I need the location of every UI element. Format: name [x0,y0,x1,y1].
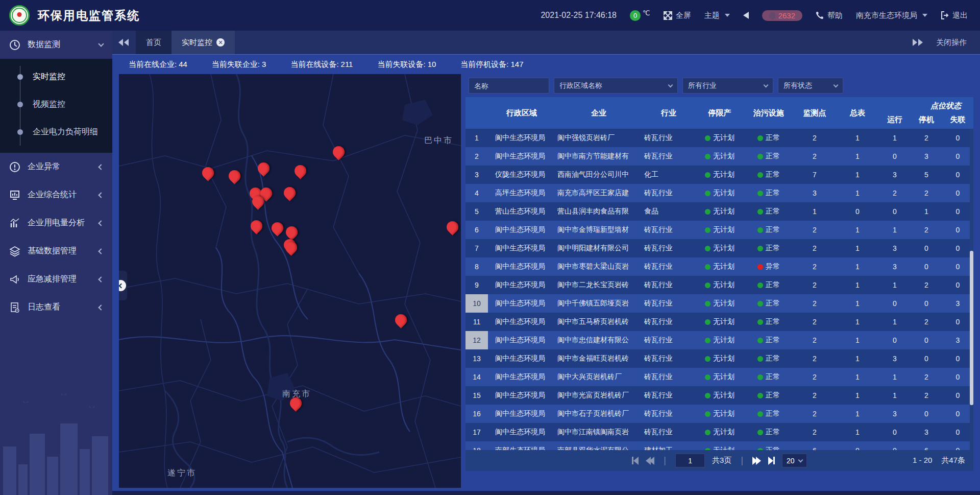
sidebar-item-base-data-management[interactable]: 基础数据管理 [0,237,112,265]
cell-company: 阆中明阳建材有限公司 [555,239,642,257]
sidebar-item-enterprise-statistics[interactable]: 企业综合统计 [0,181,112,209]
cell-industry: 砖瓦行业 [642,331,695,349]
cell-company: 阆中千佛镇五郎垭页岩 [555,294,642,313]
prev-page-button[interactable] [646,457,654,465]
sidebar-item-data-monitoring[interactable]: 数据监测 [0,31,112,59]
alert-circle-icon [9,161,20,173]
sub-item-label: 视频监控 [33,99,65,110]
stat-offline-devices: 当前失联设备:10 [377,60,436,69]
cell-industry: 砖瓦行业 [642,294,695,313]
stat-online-devices: 当前在线设备:211 [290,60,353,69]
cell-production-status: 无计划 [695,184,744,202]
status-filter-select[interactable]: 所有状态 [778,78,843,93]
cell-run: 0 [879,202,911,221]
scrollbar-thumb[interactable] [970,251,973,405]
cell-region: 阆中生态环境局 [488,239,555,257]
sidebar-item-video-monitoring[interactable]: 视频监控 [0,90,112,118]
fullscreen-button[interactable]: 全屏 [664,11,691,20]
logout-button[interactable]: 退出 [941,11,968,20]
org-dropdown[interactable]: 南充市生态环境局 [856,11,927,20]
table-row[interactable]: 12 阆中生态环境局 阆中市忠信建材有限公 砖瓦行业 无计划 正常 2 1 0 … [465,331,973,349]
col-facility: 治污设施 [744,97,793,129]
cell-monitor-points: 1 [793,202,836,221]
first-page-button[interactable] [632,457,639,465]
page-size-value: 20 [787,457,795,465]
sound-button[interactable] [743,12,749,19]
table-row[interactable]: 8 阆中生态环境局 阆中市枣碧大梁山页岩 砖瓦行业 无计划 异常 2 1 3 0… [465,257,973,276]
cell-meters: 1 [836,331,879,349]
cell-region: 仪陇生态环境局 [488,166,555,184]
next-page-button[interactable] [752,457,761,465]
region-filter-select[interactable]: 行政区域名称 [554,78,678,93]
tab-realtime-monitoring[interactable]: 实时监控 ✕ [172,31,235,54]
table-row[interactable]: 10 阆中生态环境局 阆中千佛镇五郎垭页岩 砖瓦行业 无计划 正常 2 1 0 … [465,294,973,313]
tab-close-icon[interactable]: ✕ [216,38,225,46]
status-dot-icon [757,264,763,270]
cell-facility-status: 正常 [744,423,793,441]
cell-monitor-points: 2 [793,129,836,147]
notification-badge[interactable]: 2632 [762,10,802,21]
chevron-left-icon [98,164,104,170]
chevron-down-icon [764,82,769,87]
theme-dropdown[interactable]: 主题 [704,11,730,20]
table-row[interactable]: 11 阆中生态环境局 阆中市五马桥页岩机砖 砖瓦行业 无计划 正常 2 1 1 … [465,313,973,331]
status-dot-icon [757,135,763,141]
node-dot-icon [17,74,23,80]
cell-region: 阆中生态环境局 [488,276,555,294]
cell-facility-status: 正常 [744,221,793,239]
double-right-arrow-icon[interactable] [912,39,923,46]
page-size-select[interactable]: 20 [782,454,807,467]
table-row[interactable]: 3 仪陇生态环境局 西南油气田分公司川中 化工 无计划 正常 7 1 3 5 0 [465,166,973,184]
status-dot-icon [705,154,710,159]
sub-item-label: 实时监控 [33,72,65,82]
table-row[interactable]: 15 阆中生态环境局 阆中市光富页岩机砖厂 砖瓦行业 无计划 正常 2 1 1 … [465,386,973,405]
table-scrollbar[interactable] [970,129,973,450]
sidebar-item-realtime-monitoring[interactable]: 实时监控 [0,63,112,90]
tab-home[interactable]: 首页 [136,31,172,54]
status-dot-icon [705,430,710,435]
map-collapse-handle[interactable] [119,271,127,300]
close-operations-button[interactable]: 关闭操作 [936,38,967,48]
sidebar-item-enterprise-abnormal[interactable]: 企业异常 [0,153,112,181]
cell-production-status: 无计划 [695,386,744,405]
cell-run: 1 [879,276,911,294]
table-row[interactable]: 2 阆中生态环境局 阆中市南方节能建材有 砖瓦行业 无计划 正常 2 1 0 3… [465,147,973,166]
cell-monitor-points: 2 [793,349,836,368]
table-row[interactable]: 6 阆中生态环境局 阆中市金博瑞新型墙材 砖瓦行业 无计划 正常 2 1 1 2… [465,221,973,239]
cell-run: 2 [879,184,911,202]
table-row[interactable]: 7 阆中生态环境局 阆中明阳建材有限公司 砖瓦行业 无计划 正常 2 1 3 0… [465,239,973,257]
status-dot-icon [757,191,763,196]
table-row[interactable]: 9 阆中生态环境局 阆中市二龙长宝页岩砖 砖瓦行业 无计划 正常 2 1 1 2… [465,276,973,294]
industry-filter-select[interactable]: 所有行业 [682,78,773,93]
name-input[interactable] [474,82,544,90]
map-roads [119,74,461,488]
sidebar-item-log-view[interactable]: 日志查看 [0,293,112,321]
cell-run: 3 [879,349,911,368]
cell-stop: 2 [911,276,942,294]
page-input[interactable]: 1 [675,454,705,467]
sidebar-item-power-usage-analysis[interactable]: 企业用电量分析 [0,209,112,237]
table-row[interactable]: 4 高坪生态环境局 南充市高坪区王家店建 砖瓦行业 无计划 正常 3 1 2 2… [465,184,973,202]
map[interactable]: 巴中市 南充市 遂宁市 [119,74,461,488]
sidebar-item-label: 基础数据管理 [28,246,77,256]
cell-industry: 砖瓦行业 [642,423,695,441]
cell-lost: 0 [942,349,973,368]
table-row[interactable]: 14 阆中生态环境局 阆中大兴页岩机砖厂 砖瓦行业 无计划 正常 2 1 1 2… [465,368,973,386]
stats-bar: 当前在线企业:44 当前失联企业:3 当前在线设备:211 当前失联设备:10 … [112,54,980,74]
cell-run: 0 [879,331,911,349]
table-row[interactable]: 18 南部生态环境局 南部县双华水泥有限公 建材加工 无计划 正常 6 0 0 … [465,441,973,450]
help-button[interactable]: 帮助 [816,11,843,20]
table-row[interactable]: 17 阆中生态环境局 阆中市江南镇阆南页岩 砖瓦行业 无计划 正常 2 1 0 … [465,423,973,441]
table-row[interactable]: 1 阆中生态环境局 阆中强锐页岩砖厂 砖瓦行业 无计划 正常 2 1 1 2 0 [465,129,973,147]
last-page-button[interactable] [768,457,775,465]
tabs-scroll-left-button[interactable] [112,31,136,54]
table-row[interactable]: 16 阆中生态环境局 阆中市石子页岩机砖厂 砖瓦行业 无计划 正常 2 1 3 … [465,405,973,423]
sidebar-item-power-load-detail[interactable]: 企业电力负荷明细 [0,118,112,146]
table-row[interactable]: 5 营山生态环境局 营山县润丰肉食品有限 食品 无计划 正常 1 0 0 1 0 [465,202,973,221]
cell-lost: 0 [942,202,973,221]
cell-monitor-points: 2 [793,386,836,405]
sidebar-item-emergency-reduction[interactable]: 应急减排管理 [0,265,112,293]
name-filter[interactable] [469,78,549,93]
row-index: 3 [465,166,488,184]
table-row[interactable]: 13 阆中生态环境局 阆中市金福旺页岩机砖 砖瓦行业 无计划 正常 2 1 3 … [465,349,973,368]
